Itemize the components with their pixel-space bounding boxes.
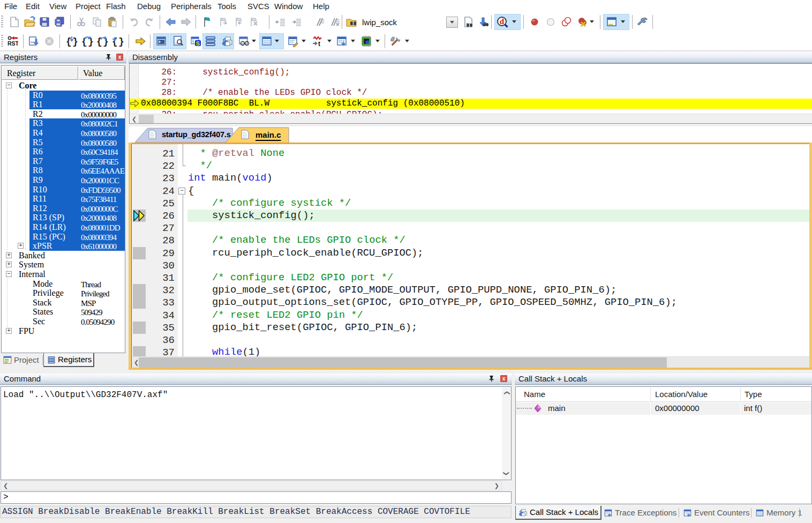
- svg-text:d: d: [500, 17, 505, 26]
- svg-text:{: {: [66, 36, 72, 47]
- svg-text:RST: RST: [7, 40, 18, 47]
- svg-text:}: }: [118, 36, 124, 47]
- svg-text:t: t: [318, 40, 320, 47]
- svg-text:{: {: [81, 36, 87, 47]
- svg-text:}: }: [72, 36, 78, 47]
- svg-text:S: S: [196, 40, 200, 47]
- svg-text:}: }: [88, 36, 93, 47]
